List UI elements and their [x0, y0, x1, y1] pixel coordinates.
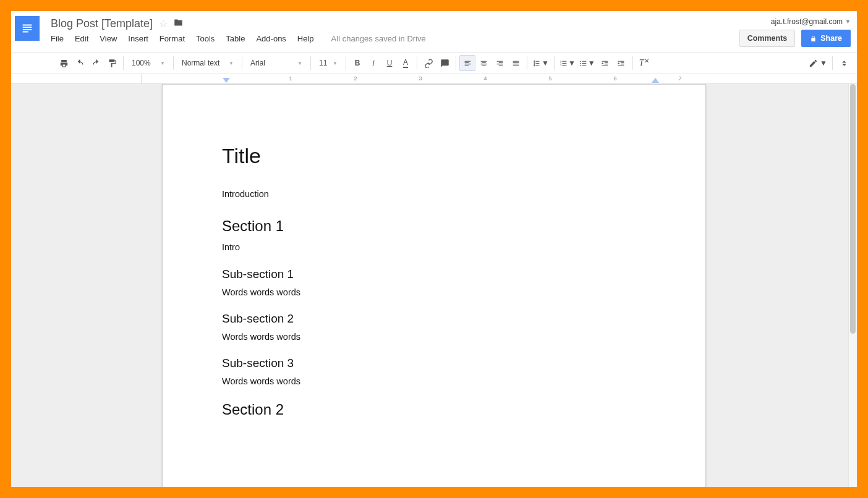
- header-bar: Blog Post [Template] ☆ File Edit View In…: [11, 11, 857, 47]
- ruler-label: 6: [613, 75, 616, 82]
- bulleted-list-button[interactable]: ▼: [577, 55, 597, 71]
- chevron-down-icon: ▼: [568, 59, 576, 67]
- toolbar: 100%▼ Normal text▼ Arial▼ 11▼ B I U A ▼ …: [11, 52, 857, 74]
- svg-marker-4: [652, 78, 659, 83]
- doc-subsection-heading[interactable]: Sub-section 3: [222, 357, 646, 370]
- doc-paragraph[interactable]: Words words words: [222, 286, 646, 298]
- zoom-dropdown[interactable]: 100%▼: [127, 55, 170, 71]
- numbered-list-button[interactable]: ▼: [558, 55, 577, 71]
- paint-format-button[interactable]: [104, 55, 120, 71]
- star-icon[interactable]: ☆: [159, 18, 168, 30]
- menu-insert[interactable]: Insert: [128, 34, 148, 43]
- increase-indent-button[interactable]: [613, 55, 629, 71]
- chevron-down-icon: ▼: [588, 59, 595, 67]
- share-label: Share: [820, 34, 842, 43]
- collapse-toolbar-button[interactable]: [836, 55, 852, 71]
- title-area: Blog Post [Template] ☆ File Edit View In…: [51, 16, 739, 43]
- docs-logo[interactable]: [15, 16, 40, 41]
- align-left-button[interactable]: [459, 55, 475, 71]
- ruler-label: 5: [548, 75, 551, 82]
- horizontal-ruler[interactable]: 1 2 3 4 5 6 7: [11, 74, 857, 84]
- svg-marker-3: [223, 78, 230, 83]
- chevron-down-icon: ▼: [229, 61, 234, 66]
- doc-section-heading[interactable]: Section 1: [222, 217, 646, 235]
- chevron-down-icon: ▼: [542, 59, 549, 67]
- doc-paragraph[interactable]: Words words words: [222, 375, 646, 387]
- document-title[interactable]: Blog Post [Template]: [51, 16, 153, 32]
- line-spacing-button[interactable]: ▼: [530, 55, 551, 71]
- menu-table[interactable]: Table: [226, 34, 245, 43]
- insert-link-button[interactable]: [420, 55, 436, 71]
- comments-button[interactable]: Comments: [739, 30, 796, 47]
- font-dropdown[interactable]: Arial▼: [245, 55, 307, 71]
- user-account[interactable]: aja.t.frost@gmail.com ▼: [771, 17, 851, 26]
- style-value: Normal text: [182, 59, 219, 67]
- right-indent-icon[interactable]: [652, 78, 659, 84]
- doc-paragraph[interactable]: Intro: [222, 241, 646, 253]
- undo-button[interactable]: [72, 55, 88, 71]
- app-window: Blog Post [Template] ☆ File Edit View In…: [11, 11, 857, 487]
- lock-icon: [810, 35, 817, 42]
- ruler-label: 1: [289, 75, 292, 82]
- doc-subsection-heading[interactable]: Sub-section 1: [222, 268, 646, 281]
- ruler-label: 4: [483, 75, 487, 82]
- align-center-button[interactable]: [475, 55, 491, 71]
- folder-icon[interactable]: [174, 18, 183, 30]
- font-size-value: 11: [319, 59, 327, 67]
- vertical-scrollbar[interactable]: [848, 84, 857, 487]
- document-icon: [20, 22, 34, 35]
- align-right-button[interactable]: [491, 55, 508, 71]
- first-line-indent-icon[interactable]: [223, 78, 230, 84]
- doc-title-heading[interactable]: Title: [222, 144, 646, 168]
- svg-point-0: [580, 61, 581, 62]
- share-button[interactable]: Share: [801, 30, 851, 47]
- document-canvas[interactable]: Title Introduction Section 1 Intro Sub-s…: [11, 84, 857, 487]
- menu-format[interactable]: Format: [160, 34, 185, 43]
- document-page[interactable]: Title Introduction Section 1 Intro Sub-s…: [162, 84, 706, 487]
- doc-subsection-heading[interactable]: Sub-section 2: [222, 312, 646, 326]
- italic-button[interactable]: I: [365, 55, 381, 71]
- doc-section-heading[interactable]: Section 2: [222, 401, 646, 418]
- doc-paragraph[interactable]: Words words words: [222, 331, 646, 343]
- menu-view[interactable]: View: [100, 34, 117, 43]
- chevron-down-icon: ▼: [333, 61, 338, 66]
- chevron-down-icon: ▼: [845, 19, 851, 25]
- menu-file[interactable]: File: [51, 34, 64, 43]
- redo-button[interactable]: [88, 55, 104, 71]
- text-color-button[interactable]: A: [398, 55, 414, 71]
- clear-formatting-button[interactable]: T✕: [636, 55, 652, 71]
- zoom-value: 100%: [132, 59, 151, 67]
- menu-bar: File Edit View Insert Format Tools Table…: [51, 32, 739, 43]
- align-justify-button[interactable]: [508, 55, 524, 71]
- decrease-indent-button[interactable]: [597, 55, 613, 71]
- header-right: aja.t.frost@gmail.com ▼ Comments Share: [739, 16, 851, 47]
- chevron-down-icon: ▼: [820, 59, 827, 67]
- ruler-label: 7: [678, 75, 681, 82]
- ruler-label: 3: [419, 75, 422, 82]
- paragraph-style-dropdown[interactable]: Normal text▼: [177, 55, 239, 71]
- menu-help[interactable]: Help: [297, 34, 314, 43]
- doc-intro-paragraph[interactable]: Introduction: [222, 188, 646, 200]
- insert-comment-button[interactable]: [436, 55, 453, 71]
- scrollbar-thumb[interactable]: [850, 84, 856, 334]
- menu-edit[interactable]: Edit: [75, 34, 88, 43]
- print-button[interactable]: [56, 55, 72, 71]
- save-status: All changes saved in Drive: [331, 34, 426, 43]
- font-size-dropdown[interactable]: 11▼: [314, 55, 343, 71]
- menu-tools[interactable]: Tools: [196, 34, 215, 43]
- ruler-label: 2: [354, 75, 357, 82]
- user-email-text: aja.t.frost@gmail.com: [771, 17, 843, 26]
- svg-point-2: [580, 64, 581, 65]
- editing-mode-button[interactable]: ▼: [807, 55, 829, 71]
- bold-button[interactable]: B: [349, 55, 365, 71]
- chevron-down-icon: ▼: [297, 61, 302, 66]
- chevron-down-icon: ▼: [160, 61, 165, 66]
- svg-point-1: [580, 62, 581, 64]
- font-value: Arial: [250, 59, 265, 67]
- menu-addons[interactable]: Add-ons: [256, 34, 286, 43]
- underline-button[interactable]: U: [381, 55, 398, 71]
